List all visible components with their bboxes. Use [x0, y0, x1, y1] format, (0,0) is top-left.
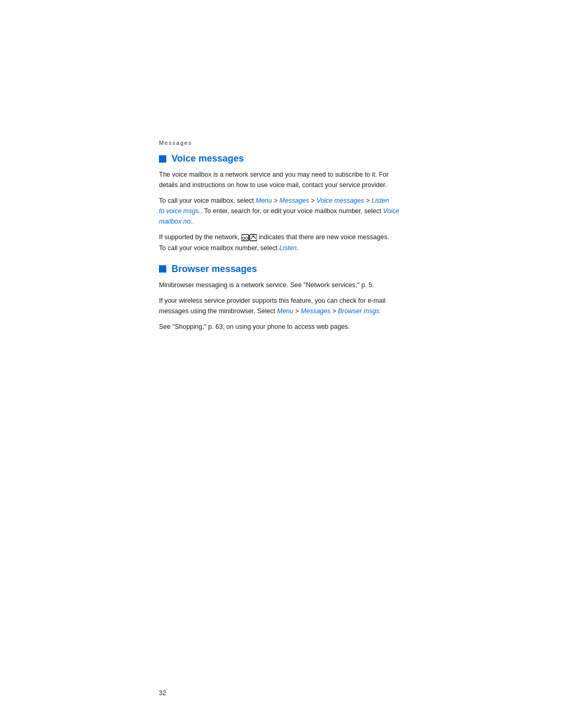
- svg-point-4: [252, 236, 254, 237]
- browser-messages-icon: [159, 265, 166, 273]
- voice-messages-title: Voice messages: [172, 153, 244, 164]
- browser-messages-intro: Minibrowser messaging is a network servi…: [159, 280, 404, 290]
- voice-messages-section: Voice messages The voice mailbox is a ne…: [159, 153, 404, 253]
- content-area: Messages Voice messages The voice mailbo…: [159, 140, 404, 342]
- section-label: Messages: [159, 140, 404, 146]
- menu-link-1[interactable]: Menu: [256, 197, 272, 204]
- browser-messages-heading: Browser messages: [159, 264, 404, 275]
- browser-msgs-link[interactable]: Browser msgs.: [338, 307, 381, 315]
- listen-link-2[interactable]: Listen: [279, 244, 297, 252]
- browser-messages-shopping: See "Shopping," p. 63, on using your pho…: [159, 322, 404, 332]
- voice-messages-intro: The voice mailbox is a network service a…: [159, 169, 404, 190]
- voice-messages-link[interactable]: Voice messages: [316, 197, 364, 204]
- browser-messages-feature: If your wireless service provider suppor…: [159, 295, 404, 316]
- voice-messages-icon: [159, 155, 166, 163]
- svg-point-2: [245, 237, 248, 240]
- messages-link-2[interactable]: Messages: [301, 307, 331, 315]
- voice-messages-instruction: To call your voice mailbox, select Menu …: [159, 195, 404, 227]
- svg-point-1: [242, 237, 244, 240]
- voice-messages-supported: If supported by the network, indicates t…: [159, 232, 404, 253]
- browser-messages-section: Browser messages Minibrowser messaging i…: [159, 264, 404, 332]
- messages-link-1[interactable]: Messages: [279, 197, 309, 204]
- browser-messages-title: Browser messages: [172, 264, 257, 275]
- page: Messages Voice messages The voice mailbo…: [0, 0, 563, 728]
- menu-link-2[interactable]: Menu: [277, 307, 293, 315]
- page-number: 32: [159, 689, 166, 697]
- voice-messages-heading: Voice messages: [159, 153, 404, 164]
- voice-indicator-icon: [241, 232, 257, 243]
